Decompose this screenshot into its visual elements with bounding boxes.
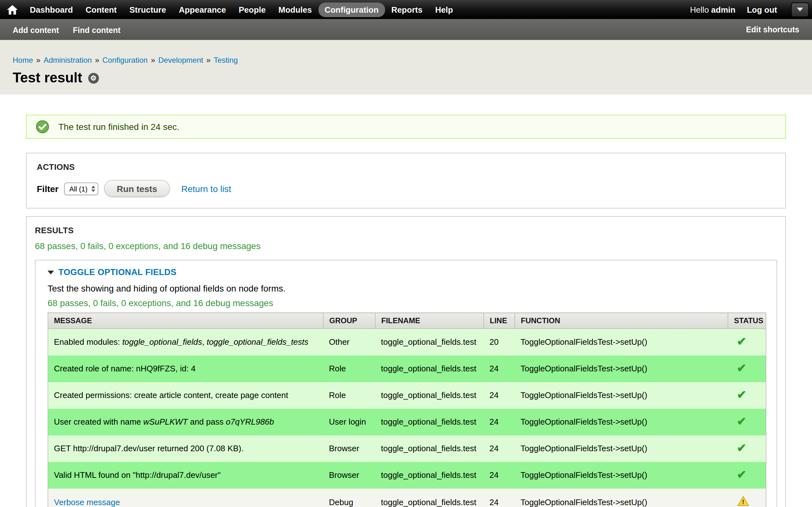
page-header: Home»Administration»Configuration»Develo… [0,40,812,95]
cell-filename: toggle_optional_fields.test [375,382,484,409]
breadcrumb: Home»Administration»Configuration»Develo… [13,56,799,65]
result-row: Valid HTML found on "http://drupal7.dev/… [48,462,766,488]
toolbar-item-content[interactable]: Content [79,2,123,17]
cell-filename: toggle_optional_fields.test [375,409,484,435]
results-fieldset: RESULTS 68 passes, 0 fails, 0 exceptions… [26,216,786,507]
toolbar-item-help[interactable]: Help [429,2,459,17]
cell-line: 24 [484,488,515,507]
message-italic-text: o7qYRL986b [226,417,274,427]
result-row: User created with name wSuPLKWT and pass… [48,409,766,435]
cell-message: Created role of name: nHQ9fFZS, id: 4 [48,355,323,382]
pass-check-icon: ✔ [737,468,746,481]
logout-link[interactable]: Log out [747,5,777,14]
verbose-message-link[interactable]: Verbose message [54,497,120,507]
toolbar-right: Hello admin Log out [690,2,809,17]
cell-filename: toggle_optional_fields.test [375,355,484,382]
result-row: Created permissions: create article cont… [48,382,766,409]
warning-triangle-icon: ! [737,495,749,506]
breadcrumb-link-testing[interactable]: Testing [214,56,238,65]
message-text: and pass [188,417,226,427]
edit-shortcuts-link[interactable]: Edit shortcuts [746,25,799,34]
chevron-down-icon [797,8,803,11]
toolbar-item-configuration[interactable]: Configuration [318,2,385,17]
result-row: Created role of name: nHQ9fFZS, id: 4Rol… [48,355,766,382]
cell-message: Enabled modules: toggle_optional_fields,… [48,329,323,355]
results-table: MESSAGEGROUPFILENAMELINEFUNCTIONSTATUS E… [48,313,766,507]
cell-status: ! [728,488,766,507]
home-icon[interactable] [3,0,21,19]
toolbar-item-reports[interactable]: Reports [385,2,429,17]
breadcrumb-separator: » [151,56,155,65]
breadcrumb-link-configuration[interactable]: Configuration [102,56,148,65]
cell-line: 24 [484,435,515,462]
results-table-head: MESSAGEGROUPFILENAMELINEFUNCTIONSTATUS [48,313,766,329]
cell-function: ToggleOptionalFieldsTest->setUp() [515,409,728,435]
cell-message: Verbose message [48,488,323,507]
message-text: User created with name [54,417,143,427]
breadcrumb-link-home[interactable]: Home [13,56,33,65]
test-filter-select[interactable]: All (1) [64,182,98,195]
admin-menu: DashboardContentStructureAppearancePeopl… [23,2,459,17]
cell-filename: toggle_optional_fields.test [375,435,484,462]
test-group-description: Test the showing and hiding of optional … [48,283,766,293]
toolbar-item-people[interactable]: People [232,2,272,17]
actions-legend: ACTIONS [37,162,775,172]
user-greeting: Hello admin [690,5,735,14]
cell-status: ✔ [728,409,766,435]
cell-filename: toggle_optional_fields.test [375,462,484,488]
toolbar-item-structure[interactable]: Structure [123,2,172,17]
select-stepper-icon [91,185,96,192]
toolbar-drawer-toggle[interactable] [791,2,809,17]
cell-function: ToggleOptionalFieldsTest->setUp() [515,382,728,409]
results-header-row: MESSAGEGROUPFILENAMELINEFUNCTIONSTATUS [48,313,766,329]
message-italic-text: toggle_optional_fields [122,337,202,347]
shortcut-item-find-content[interactable]: Find content [73,26,120,35]
message-text: Created role of name: nHQ9fFZS, id: 4 [54,364,196,373]
cell-line: 24 [484,355,515,382]
cell-group: Role [323,355,375,382]
success-check-icon [36,120,49,134]
breadcrumb-separator: » [36,56,40,65]
pass-check-icon: ✔ [737,362,746,375]
column-header-group: GROUP [323,313,375,329]
actions-row: Filter All (1) Run tests Return to list [37,180,775,197]
page-title-gear-icon[interactable]: ⚙ [88,72,99,83]
column-header-line: LINE [484,313,515,329]
cell-message: GET http://drupal7.dev/user returned 200… [48,435,323,462]
results-legend: RESULTS [35,226,777,235]
cell-group: Role [323,382,375,409]
cell-function: ToggleOptionalFieldsTest->setUp() [515,435,728,462]
cell-line: 24 [484,409,515,435]
breadcrumb-link-administration[interactable]: Administration [44,56,92,65]
cell-message: User created with name wSuPLKWT and pass… [48,409,323,435]
username: admin [711,5,735,14]
filter-selected-value: All (1) [69,185,87,192]
cell-line: 24 [484,382,515,409]
test-group-title-link[interactable]: TOGGLE OPTIONAL FIELDS [58,268,176,277]
filter-label: Filter [37,183,58,193]
run-tests-button[interactable]: Run tests [104,180,170,197]
message-text: , [202,337,206,347]
return-to-list-link[interactable]: Return to list [182,183,231,193]
toolbar-item-modules[interactable]: Modules [272,2,318,17]
pass-check-icon: ✔ [737,389,746,401]
main-content: The test run finished in 24 sec. ACTIONS… [0,95,812,507]
column-header-function: FUNCTION [515,313,728,329]
status-message: The test run finished in 24 sec. [26,115,786,139]
message-text: Valid HTML found on "http://drupal7.dev/… [54,470,221,480]
cell-group: Browser [323,435,375,462]
toolbar-item-appearance[interactable]: Appearance [172,2,233,17]
svg-text:!: ! [742,498,744,505]
greeting-prefix: Hello [690,5,709,14]
breadcrumb-separator: » [206,56,210,65]
breadcrumb-link-development[interactable]: Development [158,56,203,65]
shortcut-item-add-content[interactable]: Add content [13,26,59,35]
test-group-title-row[interactable]: TOGGLE OPTIONAL FIELDS [48,268,766,277]
cell-function: ToggleOptionalFieldsTest->setUp() [515,462,728,488]
shortcut-bar: Add contentFind content Edit shortcuts [0,19,812,40]
test-group-fieldset: TOGGLE OPTIONAL FIELDS Test the showing … [35,260,777,507]
message-italic-text: wSuPLKWT [143,417,188,427]
toolbar-item-dashboard[interactable]: Dashboard [23,2,79,17]
column-header-filename: FILENAME [375,313,484,329]
admin-toolbar: DashboardContentStructureAppearancePeopl… [0,0,812,19]
